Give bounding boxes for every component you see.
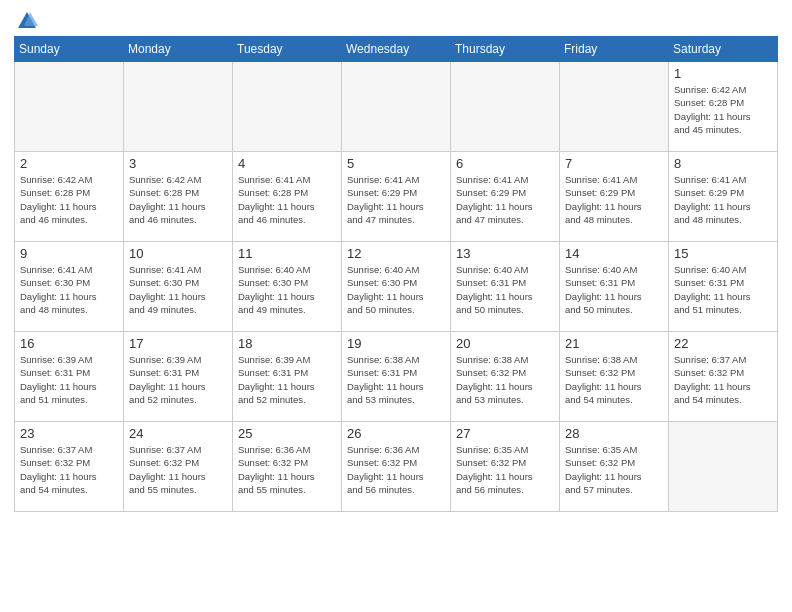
weekday-thursday: Thursday [451, 37, 560, 62]
day-info: Sunrise: 6:36 AM Sunset: 6:32 PM Dayligh… [238, 443, 336, 496]
day-number: 16 [20, 336, 118, 351]
calendar-cell: 24Sunrise: 6:37 AM Sunset: 6:32 PM Dayli… [124, 422, 233, 512]
calendar-cell: 15Sunrise: 6:40 AM Sunset: 6:31 PM Dayli… [669, 242, 778, 332]
day-number: 21 [565, 336, 663, 351]
day-info: Sunrise: 6:41 AM Sunset: 6:30 PM Dayligh… [20, 263, 118, 316]
weekday-sunday: Sunday [15, 37, 124, 62]
logo-icon [16, 10, 38, 32]
day-number: 27 [456, 426, 554, 441]
calendar-cell: 23Sunrise: 6:37 AM Sunset: 6:32 PM Dayli… [15, 422, 124, 512]
day-info: Sunrise: 6:39 AM Sunset: 6:31 PM Dayligh… [20, 353, 118, 406]
day-number: 25 [238, 426, 336, 441]
calendar-cell [669, 422, 778, 512]
day-number: 15 [674, 246, 772, 261]
weekday-friday: Friday [560, 37, 669, 62]
calendar-cell [15, 62, 124, 152]
day-info: Sunrise: 6:40 AM Sunset: 6:31 PM Dayligh… [565, 263, 663, 316]
calendar-cell: 16Sunrise: 6:39 AM Sunset: 6:31 PM Dayli… [15, 332, 124, 422]
calendar-cell: 4Sunrise: 6:41 AM Sunset: 6:28 PM Daylig… [233, 152, 342, 242]
calendar-cell: 5Sunrise: 6:41 AM Sunset: 6:29 PM Daylig… [342, 152, 451, 242]
day-info: Sunrise: 6:37 AM Sunset: 6:32 PM Dayligh… [674, 353, 772, 406]
day-info: Sunrise: 6:37 AM Sunset: 6:32 PM Dayligh… [129, 443, 227, 496]
calendar-cell: 8Sunrise: 6:41 AM Sunset: 6:29 PM Daylig… [669, 152, 778, 242]
day-info: Sunrise: 6:40 AM Sunset: 6:30 PM Dayligh… [238, 263, 336, 316]
week-row-4: 16Sunrise: 6:39 AM Sunset: 6:31 PM Dayli… [15, 332, 778, 422]
weekday-saturday: Saturday [669, 37, 778, 62]
day-number: 6 [456, 156, 554, 171]
day-info: Sunrise: 6:36 AM Sunset: 6:32 PM Dayligh… [347, 443, 445, 496]
weekday-wednesday: Wednesday [342, 37, 451, 62]
calendar-cell: 25Sunrise: 6:36 AM Sunset: 6:32 PM Dayli… [233, 422, 342, 512]
day-info: Sunrise: 6:41 AM Sunset: 6:30 PM Dayligh… [129, 263, 227, 316]
day-info: Sunrise: 6:41 AM Sunset: 6:29 PM Dayligh… [674, 173, 772, 226]
day-number: 28 [565, 426, 663, 441]
weekday-monday: Monday [124, 37, 233, 62]
header [14, 10, 778, 28]
calendar-cell: 22Sunrise: 6:37 AM Sunset: 6:32 PM Dayli… [669, 332, 778, 422]
calendar-cell: 2Sunrise: 6:42 AM Sunset: 6:28 PM Daylig… [15, 152, 124, 242]
day-info: Sunrise: 6:39 AM Sunset: 6:31 PM Dayligh… [238, 353, 336, 406]
calendar-cell: 11Sunrise: 6:40 AM Sunset: 6:30 PM Dayli… [233, 242, 342, 332]
day-number: 12 [347, 246, 445, 261]
day-info: Sunrise: 6:37 AM Sunset: 6:32 PM Dayligh… [20, 443, 118, 496]
week-row-5: 23Sunrise: 6:37 AM Sunset: 6:32 PM Dayli… [15, 422, 778, 512]
day-info: Sunrise: 6:41 AM Sunset: 6:29 PM Dayligh… [456, 173, 554, 226]
day-number: 10 [129, 246, 227, 261]
day-number: 1 [674, 66, 772, 81]
calendar-cell: 19Sunrise: 6:38 AM Sunset: 6:31 PM Dayli… [342, 332, 451, 422]
calendar-cell: 12Sunrise: 6:40 AM Sunset: 6:30 PM Dayli… [342, 242, 451, 332]
calendar-cell: 28Sunrise: 6:35 AM Sunset: 6:32 PM Dayli… [560, 422, 669, 512]
calendar-cell: 18Sunrise: 6:39 AM Sunset: 6:31 PM Dayli… [233, 332, 342, 422]
day-info: Sunrise: 6:38 AM Sunset: 6:32 PM Dayligh… [565, 353, 663, 406]
calendar-cell: 20Sunrise: 6:38 AM Sunset: 6:32 PM Dayli… [451, 332, 560, 422]
logo-area [14, 10, 38, 28]
day-number: 9 [20, 246, 118, 261]
day-info: Sunrise: 6:42 AM Sunset: 6:28 PM Dayligh… [674, 83, 772, 136]
day-number: 7 [565, 156, 663, 171]
calendar-cell: 1Sunrise: 6:42 AM Sunset: 6:28 PM Daylig… [669, 62, 778, 152]
calendar-cell: 26Sunrise: 6:36 AM Sunset: 6:32 PM Dayli… [342, 422, 451, 512]
week-row-1: 1Sunrise: 6:42 AM Sunset: 6:28 PM Daylig… [15, 62, 778, 152]
day-number: 14 [565, 246, 663, 261]
day-number: 17 [129, 336, 227, 351]
day-info: Sunrise: 6:35 AM Sunset: 6:32 PM Dayligh… [456, 443, 554, 496]
calendar-cell: 17Sunrise: 6:39 AM Sunset: 6:31 PM Dayli… [124, 332, 233, 422]
day-info: Sunrise: 6:39 AM Sunset: 6:31 PM Dayligh… [129, 353, 227, 406]
week-row-2: 2Sunrise: 6:42 AM Sunset: 6:28 PM Daylig… [15, 152, 778, 242]
day-info: Sunrise: 6:42 AM Sunset: 6:28 PM Dayligh… [129, 173, 227, 226]
week-row-3: 9Sunrise: 6:41 AM Sunset: 6:30 PM Daylig… [15, 242, 778, 332]
day-info: Sunrise: 6:41 AM Sunset: 6:28 PM Dayligh… [238, 173, 336, 226]
weekday-header-row: SundayMondayTuesdayWednesdayThursdayFrid… [15, 37, 778, 62]
day-info: Sunrise: 6:40 AM Sunset: 6:30 PM Dayligh… [347, 263, 445, 316]
day-number: 11 [238, 246, 336, 261]
calendar-cell: 6Sunrise: 6:41 AM Sunset: 6:29 PM Daylig… [451, 152, 560, 242]
day-number: 22 [674, 336, 772, 351]
day-number: 19 [347, 336, 445, 351]
weekday-tuesday: Tuesday [233, 37, 342, 62]
day-number: 24 [129, 426, 227, 441]
day-number: 8 [674, 156, 772, 171]
logo [14, 10, 38, 32]
calendar-cell: 3Sunrise: 6:42 AM Sunset: 6:28 PM Daylig… [124, 152, 233, 242]
calendar-cell: 21Sunrise: 6:38 AM Sunset: 6:32 PM Dayli… [560, 332, 669, 422]
day-number: 2 [20, 156, 118, 171]
calendar-cell [233, 62, 342, 152]
day-info: Sunrise: 6:42 AM Sunset: 6:28 PM Dayligh… [20, 173, 118, 226]
day-info: Sunrise: 6:40 AM Sunset: 6:31 PM Dayligh… [674, 263, 772, 316]
day-info: Sunrise: 6:38 AM Sunset: 6:31 PM Dayligh… [347, 353, 445, 406]
day-number: 18 [238, 336, 336, 351]
day-number: 13 [456, 246, 554, 261]
day-info: Sunrise: 6:41 AM Sunset: 6:29 PM Dayligh… [565, 173, 663, 226]
calendar-cell: 10Sunrise: 6:41 AM Sunset: 6:30 PM Dayli… [124, 242, 233, 332]
calendar-cell [560, 62, 669, 152]
day-number: 20 [456, 336, 554, 351]
day-info: Sunrise: 6:40 AM Sunset: 6:31 PM Dayligh… [456, 263, 554, 316]
calendar-cell [342, 62, 451, 152]
page: SundayMondayTuesdayWednesdayThursdayFrid… [0, 0, 792, 522]
calendar-cell [451, 62, 560, 152]
calendar-table: SundayMondayTuesdayWednesdayThursdayFrid… [14, 36, 778, 512]
day-number: 5 [347, 156, 445, 171]
calendar-cell: 13Sunrise: 6:40 AM Sunset: 6:31 PM Dayli… [451, 242, 560, 332]
calendar-cell: 27Sunrise: 6:35 AM Sunset: 6:32 PM Dayli… [451, 422, 560, 512]
day-number: 23 [20, 426, 118, 441]
